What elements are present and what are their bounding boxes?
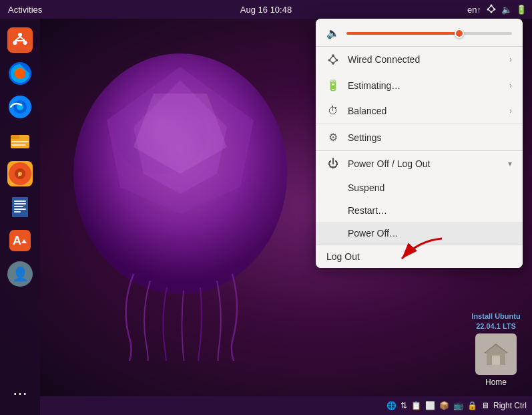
menu-item-restart[interactable]: Restart… xyxy=(316,199,523,222)
taskbar-icon-4[interactable]: ⬜ xyxy=(425,401,435,410)
keyboard-layout-indicator[interactable]: en↑ xyxy=(467,5,481,15)
power-chevron-icon: ▾ xyxy=(508,159,512,168)
menu-item-settings[interactable]: ⚙ Settings xyxy=(316,124,523,150)
topbar-left: Activities xyxy=(5,5,45,15)
network-icon[interactable] xyxy=(485,3,497,17)
svg-rect-23 xyxy=(11,138,29,148)
topbar: Activities Aug 16 10:48 en↑ 🔈 🔋 xyxy=(0,0,532,19)
appstore-icon: A xyxy=(7,228,33,253)
poweroff-label: Power Off… xyxy=(348,228,398,239)
topbar-right: en↑ 🔈 🔋 xyxy=(467,3,527,17)
svg-rect-34 xyxy=(14,209,26,210)
svg-line-12 xyxy=(491,9,495,12)
rhythmbox-icon: ♪ xyxy=(7,161,33,186)
writer-icon xyxy=(7,194,33,220)
svg-rect-32 xyxy=(14,203,26,204)
install-ubuntu-label: Install Ubuntu22.04.1 LTS xyxy=(471,311,520,331)
battery-arrow-icon: › xyxy=(509,81,512,90)
taskbar-icon-1[interactable]: 🌐 xyxy=(386,401,396,410)
menu-item-battery[interactable]: 🔋 Estimating… › xyxy=(316,72,523,98)
right-ctrl-label: Right Ctrl xyxy=(493,401,527,410)
balanced-label: Balanced xyxy=(348,106,501,116)
volume-icon-topbar[interactable]: 🔈 xyxy=(501,5,512,15)
menu-item-logout[interactable]: Log Out xyxy=(316,245,523,268)
volume-slider-track[interactable] xyxy=(346,32,512,35)
svg-text:A: A xyxy=(13,234,21,247)
balanced-icon: ⏱ xyxy=(326,105,340,117)
desktop-shortcut-home[interactable]: Install Ubuntu22.04.1 LTS Home xyxy=(469,311,523,387)
battery-charging-icon: 🔋 xyxy=(326,79,340,92)
dock-item-apps-grid[interactable]: ⋯ xyxy=(5,379,35,408)
settings-label: Settings xyxy=(348,132,512,143)
user-avatar-icon: 👤 xyxy=(7,261,33,287)
volume-slider-fill xyxy=(346,32,459,35)
system-menu: 🔈 Wired Connected › 🔋 Estimating… xyxy=(316,19,523,268)
apps-grid-icon: ⋯ xyxy=(7,381,33,406)
restart-label: Restart… xyxy=(348,205,387,216)
svg-line-45 xyxy=(333,60,337,63)
suspend-label: Suspend xyxy=(348,182,384,193)
balanced-arrow-icon: › xyxy=(509,106,512,116)
dock-item-firefox[interactable] xyxy=(5,59,35,88)
menu-item-poweroff[interactable]: Power Off… xyxy=(316,222,523,245)
settings-gear-icon: ⚙ xyxy=(326,131,340,144)
power-menu-label: Power Off / Log Out xyxy=(348,158,500,169)
svg-rect-35 xyxy=(14,211,21,213)
taskbar-icon-7[interactable]: 🔒 xyxy=(467,401,477,410)
thunderbird-icon xyxy=(7,94,33,120)
svg-line-10 xyxy=(491,5,495,9)
svg-text:♪: ♪ xyxy=(17,170,21,178)
svg-line-43 xyxy=(333,55,337,60)
dock-item-user[interactable]: 👤 xyxy=(5,259,35,289)
svg-line-44 xyxy=(330,60,334,63)
menu-item-wired[interactable]: Wired Connected › xyxy=(316,47,523,72)
dock-item-ubuntu[interactable] xyxy=(5,25,35,55)
taskbar-icon-5[interactable]: 📦 xyxy=(439,401,449,410)
taskbar-icon-3[interactable]: 📋 xyxy=(411,401,421,410)
menu-item-suspend[interactable]: Suspend xyxy=(316,176,523,199)
volume-row: 🔈 xyxy=(316,19,523,46)
svg-rect-31 xyxy=(14,200,26,202)
files-icon xyxy=(7,128,33,153)
svg-rect-49 xyxy=(492,356,500,365)
battery-label: Estimating… xyxy=(348,80,501,91)
volume-icon: 🔈 xyxy=(326,27,340,39)
wired-network-icon xyxy=(326,53,340,65)
svg-line-11 xyxy=(488,9,491,12)
dock-item-appstore[interactable]: A xyxy=(5,226,35,255)
svg-point-14 xyxy=(18,33,22,37)
battery-icon-topbar[interactable]: 🔋 xyxy=(516,5,527,15)
wired-arrow-icon: › xyxy=(509,55,512,64)
menu-item-balanced[interactable]: ⏱ Balanced › xyxy=(316,98,523,124)
ubuntu-installer-icon xyxy=(7,27,33,53)
svg-rect-33 xyxy=(14,206,23,207)
home-folder-icon xyxy=(475,333,517,375)
volume-slider-thumb xyxy=(455,29,464,38)
home-shortcut-label: Home xyxy=(485,378,507,387)
dock-item-writer[interactable] xyxy=(5,192,35,222)
taskbar-icon-2[interactable]: ⇅ xyxy=(401,401,407,410)
power-menu-header[interactable]: ⏻ Power Off / Log Out ▾ xyxy=(316,151,523,176)
taskbar-bottom: 🌐 ⇅ 📋 ⬜ 📦 📺 🔒 🖥 Right Ctrl xyxy=(40,396,532,415)
svg-rect-24 xyxy=(11,135,19,139)
svg-line-9 xyxy=(488,5,491,9)
taskbar-icon-8[interactable]: 🖥 xyxy=(481,401,489,410)
svg-line-42 xyxy=(330,55,334,60)
logout-label: Log Out xyxy=(326,251,360,262)
dock-item-files[interactable] xyxy=(5,126,35,155)
wired-connected-label: Wired Connected xyxy=(348,54,501,65)
activities-button[interactable]: Activities xyxy=(5,5,45,15)
dock-item-rhythmbox[interactable]: ♪ xyxy=(5,159,35,188)
dock-item-thunderbird[interactable] xyxy=(5,92,35,122)
firefox-icon xyxy=(7,61,33,86)
dock: ♪ A 👤 ⋯ xyxy=(0,19,40,415)
power-icon: ⏻ xyxy=(326,158,340,170)
topbar-datetime: Aug 16 10:48 xyxy=(240,5,292,15)
jellyfish-decoration xyxy=(53,40,307,361)
taskbar-icon-6[interactable]: 📺 xyxy=(453,401,463,410)
